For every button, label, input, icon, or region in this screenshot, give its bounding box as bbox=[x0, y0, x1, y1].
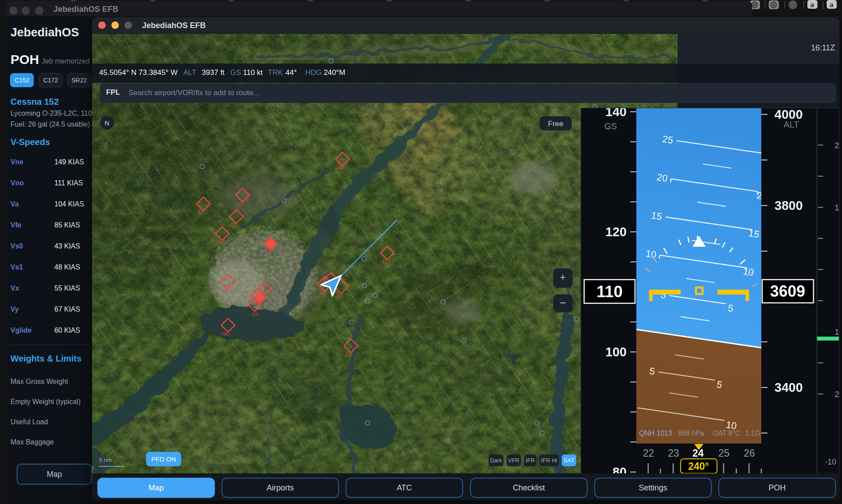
svg-text:24: 24 bbox=[692, 447, 704, 459]
svg-text:-64↓: -64↓ bbox=[255, 299, 264, 305]
svg-text:23: 23 bbox=[668, 447, 679, 459]
svg-text:10: 10 bbox=[623, 401, 635, 413]
svg-text:100: 100 bbox=[606, 345, 627, 359]
svg-text:10: 10 bbox=[645, 248, 657, 260]
svg-text:140: 140 bbox=[606, 108, 627, 119]
svg-text:ALT: ALT bbox=[784, 120, 799, 129]
svg-text:OAT 8°C: OAT 8°C bbox=[713, 429, 740, 437]
svg-text:-31↓: -31↓ bbox=[344, 352, 353, 357]
svg-text:-33↓: -33↓ bbox=[318, 290, 328, 295]
svg-text:15: 15 bbox=[650, 210, 663, 222]
svg-text:26: 26 bbox=[744, 447, 755, 459]
svg-text:+35↑: +35↑ bbox=[221, 331, 231, 337]
svg-text:1.1G: 1.1G bbox=[745, 429, 760, 437]
svg-text:-24↓: -24↓ bbox=[335, 293, 344, 298]
svg-text:+4↑: +4↑ bbox=[265, 249, 273, 255]
svg-text:-10: -10 bbox=[825, 458, 836, 466]
svg-text:3800: 3800 bbox=[774, 199, 803, 213]
svg-text:25: 25 bbox=[718, 447, 730, 459]
svg-text:15: 15 bbox=[748, 227, 760, 240]
svg-text:3400: 3400 bbox=[774, 380, 803, 394]
svg-text:GS: GS bbox=[604, 121, 617, 131]
svg-text:22: 22 bbox=[643, 447, 654, 459]
svg-text:110: 110 bbox=[596, 283, 623, 301]
svg-text:-23↓: -23↓ bbox=[250, 312, 260, 317]
svg-text:1: 1 bbox=[835, 203, 839, 212]
svg-text:240°: 240° bbox=[688, 461, 709, 472]
svg-text:+30↑: +30↑ bbox=[221, 288, 231, 293]
svg-text:888 hPa: 888 hPa bbox=[678, 429, 704, 437]
svg-text:+27↑: +27↑ bbox=[229, 223, 239, 228]
svg-text:-31↓: -31↓ bbox=[380, 259, 389, 264]
svg-text:80: 80 bbox=[613, 465, 627, 473]
svg-text:-58↓: -58↓ bbox=[259, 293, 268, 298]
svg-text:20: 20 bbox=[756, 190, 768, 202]
svg-text:25: 25 bbox=[662, 133, 674, 146]
svg-text:10: 10 bbox=[742, 266, 755, 278]
svg-text:1: 1 bbox=[835, 327, 839, 337]
svg-text:-12↓: -12↓ bbox=[196, 210, 206, 215]
svg-text:a: a bbox=[830, 0, 834, 9]
svg-text:QNH 1013: QNH 1013 bbox=[639, 429, 672, 437]
svg-text:2: 2 bbox=[835, 141, 839, 150]
svg-text:2: 2 bbox=[835, 390, 839, 399]
svg-text:25: 25 bbox=[762, 152, 774, 164]
svg-text:-39↓: -39↓ bbox=[215, 240, 225, 245]
svg-text:3609: 3609 bbox=[770, 282, 805, 300]
svg-text:a: a bbox=[810, 0, 814, 9]
svg-text:20: 20 bbox=[656, 172, 668, 184]
svg-text:120: 120 bbox=[606, 225, 627, 239]
svg-text:+48↑: +48↑ bbox=[336, 165, 346, 170]
svg-text:-01↓: -01↓ bbox=[236, 201, 245, 206]
